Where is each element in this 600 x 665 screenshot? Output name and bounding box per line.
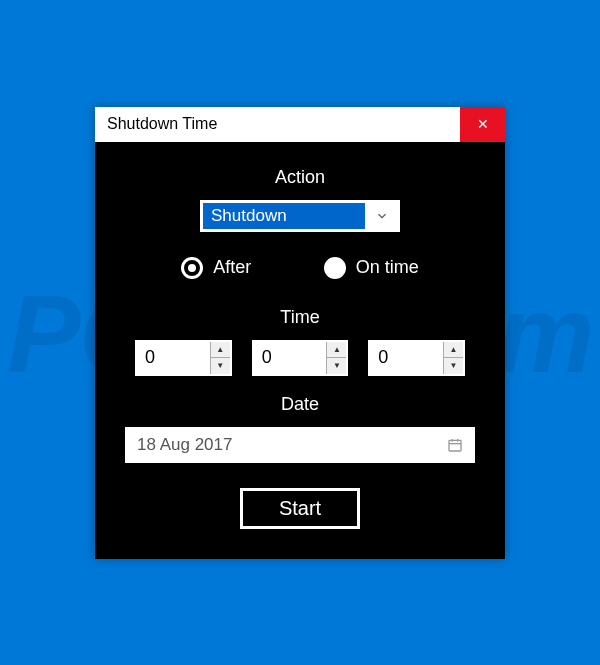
action-dropdown[interactable]: Shutdown [200,200,400,232]
date-label: Date [125,394,475,415]
titlebar: Shutdown Time ✕ [95,107,505,142]
seconds-spinner[interactable]: ▲ ▼ [368,340,465,376]
radio-on-time[interactable]: On time [324,257,419,279]
date-value: 18 Aug 2017 [127,430,437,460]
seconds-input[interactable] [370,342,443,374]
radio-on-time-label: On time [356,257,419,278]
hours-spinner[interactable]: ▲ ▼ [135,340,232,376]
action-label: Action [125,167,475,188]
spinner-up-icon[interactable]: ▲ [444,342,463,359]
window-content: Action Shutdown After On time Time ▲ [95,142,505,559]
radio-after[interactable]: After [181,257,251,279]
start-button[interactable]: Start [240,488,360,529]
spinner-buttons: ▲ ▼ [210,342,230,374]
app-window: Shutdown Time ✕ Action Shutdown After On… [95,107,505,559]
minutes-spinner[interactable]: ▲ ▼ [252,340,349,376]
minutes-input[interactable] [254,342,327,374]
spinner-down-icon[interactable]: ▼ [327,358,346,374]
svg-rect-0 [449,440,461,451]
spinner-buttons: ▲ ▼ [443,342,463,374]
spinner-down-icon[interactable]: ▼ [444,358,463,374]
time-label: Time [125,307,475,328]
calendar-icon[interactable] [437,437,473,453]
radio-after-label: After [213,257,251,278]
window-title: Shutdown Time [107,115,217,133]
time-spinners: ▲ ▼ ▲ ▼ ▲ ▼ [125,340,475,376]
action-dropdown-value: Shutdown [202,202,366,230]
mode-radio-group: After On time [125,232,475,289]
spinner-down-icon[interactable]: ▼ [211,358,230,374]
spinner-up-icon[interactable]: ▲ [327,342,346,359]
spinner-buttons: ▲ ▼ [326,342,346,374]
chevron-down-icon[interactable] [366,202,398,230]
spinner-up-icon[interactable]: ▲ [211,342,230,359]
radio-icon [181,257,203,279]
radio-icon [324,257,346,279]
hours-input[interactable] [137,342,210,374]
close-button[interactable]: ✕ [460,107,505,142]
date-picker[interactable]: 18 Aug 2017 [125,427,475,463]
close-icon: ✕ [477,116,489,132]
